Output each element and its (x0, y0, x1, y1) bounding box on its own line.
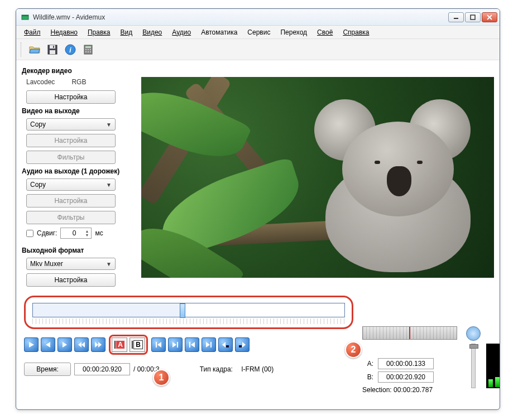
menu-video[interactable]: Видео (138, 27, 166, 38)
annotation-badge-1: 1 (153, 369, 170, 386)
next-black-frame-button[interactable] (235, 337, 250, 352)
svg-rect-3 (471, 15, 475, 20)
svg-marker-24 (81, 342, 85, 347)
titlebar: Wildlife.wmv - Avidemux (16, 9, 500, 26)
shift-checkbox[interactable] (26, 230, 33, 237)
next-frame-button[interactable] (57, 337, 72, 352)
svg-marker-32 (191, 342, 195, 347)
marker-b-label: B: (362, 373, 373, 381)
audio-shift-row: Сдвиг: 0▲▼ мс (26, 228, 133, 239)
prev-frame-button[interactable] (41, 337, 55, 352)
menu-recent[interactable]: Недавно (46, 27, 82, 38)
chevron-down-icon: ▼ (106, 122, 112, 128)
audio-out-combo[interactable]: Copy▼ (26, 178, 116, 191)
svg-rect-30 (177, 342, 178, 347)
svg-rect-16 (90, 49, 91, 50)
save-file-icon[interactable] (45, 42, 60, 57)
menu-custom[interactable]: Своё (313, 27, 337, 38)
calculator-icon[interactable] (81, 42, 95, 57)
svg-rect-15 (88, 49, 89, 50)
menubar: Файл Недавно Правка Вид Видео Аудио Авто… (16, 26, 500, 39)
svg-marker-20 (29, 342, 34, 347)
decoder-title: Декодер видео (22, 67, 133, 75)
svg-rect-19 (90, 51, 91, 52)
video-out-combo[interactable]: Copy▼ (26, 118, 116, 131)
menu-help[interactable]: Справка (338, 27, 373, 38)
svg-rect-27 (156, 342, 157, 347)
menu-automation[interactable]: Автоматика (196, 27, 242, 38)
timeline-track[interactable] (32, 303, 345, 317)
toolbar-grip (21, 42, 24, 57)
time-current-field[interactable]: 00:00:20.920 (74, 363, 130, 375)
svg-rect-7 (50, 45, 55, 49)
go-end-button[interactable] (202, 337, 216, 352)
svg-marker-21 (46, 342, 50, 347)
timeline-playhead[interactable] (180, 303, 185, 318)
menu-go[interactable]: Переход (276, 27, 311, 38)
volume-thumb[interactable] (469, 344, 478, 349)
minimize-button[interactable] (448, 12, 464, 22)
marker-b-field[interactable]: 00:00:20.920 (378, 371, 434, 383)
ab-info: A:00:00:00.133 B:00:00:20.920 Selection:… (362, 356, 485, 394)
frame-type-value: I-FRM (00) (241, 365, 274, 373)
svg-rect-36 (226, 345, 229, 347)
menu-service[interactable]: Сервис (243, 27, 275, 38)
prev-black-frame-button[interactable] (218, 337, 233, 352)
play-button[interactable] (24, 337, 39, 352)
decoder-mode: RGB (71, 78, 86, 86)
decoder-configure-button[interactable]: Настройка (26, 90, 116, 104)
spinner-arrows-icon[interactable]: ▲▼ (85, 229, 89, 237)
window-title: Wildlife.wmv - Avidemux (33, 13, 448, 21)
video-out-value: Copy (30, 120, 46, 128)
set-marker-a-button[interactable]: A (112, 337, 127, 352)
svg-rect-1 (22, 15, 28, 16)
chevron-down-icon: ▼ (106, 182, 112, 188)
selection-line: Selection: 00:00:20.787 (362, 386, 485, 394)
shift-spinner[interactable]: 0▲▼ (60, 228, 92, 239)
koala-icon (281, 99, 482, 278)
info-icon[interactable]: i (63, 42, 78, 57)
annotation-badge-2: 2 (345, 341, 362, 358)
next-keyframe-button[interactable] (168, 337, 183, 352)
menu-file[interactable]: Файл (20, 27, 45, 38)
side-panel: Декодер видео Lavcodec RGB Настройка Вид… (22, 65, 133, 290)
svg-rect-9 (53, 46, 54, 48)
decoder-codec: Lavcodec (26, 78, 55, 86)
rewind-button[interactable] (74, 337, 89, 352)
svg-marker-22 (63, 342, 67, 347)
menu-edit[interactable]: Правка (83, 27, 115, 38)
menu-audio[interactable]: Аудио (167, 27, 195, 38)
go-start-button[interactable] (185, 337, 199, 352)
audio-configure-button: Настройка (26, 194, 116, 207)
ab-marker-highlight: A B (109, 335, 148, 355)
svg-rect-34 (210, 342, 212, 347)
shift-unit: мс (95, 229, 103, 237)
audio-filters-button: Фильтры (26, 211, 116, 224)
shift-value: 0 (63, 229, 85, 237)
svg-rect-37 (239, 345, 242, 347)
svg-marker-29 (172, 342, 176, 347)
output-configure-button[interactable]: Настройка (26, 273, 116, 287)
menu-view[interactable]: Вид (116, 27, 137, 38)
maximize-button[interactable] (465, 12, 481, 22)
set-marker-b-button[interactable]: B (130, 337, 145, 352)
video-out-title: Видео на выходе (22, 107, 133, 115)
app-icon (21, 13, 30, 22)
jog-wheel[interactable] (362, 326, 457, 340)
volume-icon[interactable] (466, 326, 481, 341)
preview-scene (141, 77, 494, 278)
fast-forward-button[interactable] (91, 337, 105, 352)
marker-a-field[interactable]: 00:00:00.133 (378, 358, 434, 369)
svg-marker-26 (98, 342, 102, 347)
audio-out-value: Copy (30, 181, 46, 189)
open-file-icon[interactable] (27, 42, 42, 57)
svg-rect-8 (50, 50, 55, 54)
timeline-selection (33, 303, 183, 317)
app-window: Wildlife.wmv - Avidemux Файл Недавно Пра… (16, 8, 500, 410)
svg-rect-17 (85, 51, 87, 52)
close-button[interactable] (482, 12, 497, 22)
output-fmt-combo[interactable]: Mkv Muxer▼ (26, 258, 116, 270)
prev-keyframe-button[interactable] (151, 337, 166, 352)
video-filters-button: Фильтры (26, 151, 116, 164)
time-button[interactable]: Время: (24, 363, 71, 376)
